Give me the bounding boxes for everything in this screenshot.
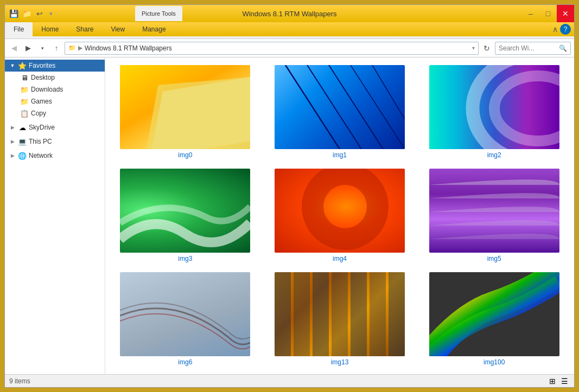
path-separator: ▶ [78,44,82,52]
games-icon: 📁 [20,97,29,106]
refresh-button[interactable]: ↻ [481,42,493,54]
minimize-button[interactable]: – [522,5,539,22]
skydrive-icon: ☁ [18,123,27,132]
favorites-label: Favorites [29,62,55,69]
back-button[interactable]: ◀ [8,42,20,54]
thumbnail-label-img2: img2 [487,151,501,159]
expand-icon-favorites: ▼ [9,62,16,69]
thumbnail-label-img6: img6 [178,358,192,366]
view-toggle-buttons: ⊞ ☰ [547,376,570,387]
sidebar-item-downloads[interactable]: 📁 Downloads [5,83,105,95]
thumbnail-image-img100 [429,272,559,356]
thumbnail-label-img4: img4 [333,255,347,262]
sidebar-item-skydrive[interactable]: ▶ ☁ SkyDrive [5,121,105,133]
svg-line-2 [329,65,383,149]
main-window: 💾 📁 ↩ ▾ Picture Tools Windows 8.1 RTM Wa… [4,4,575,388]
thumbnail-img5[interactable]: img5 [419,166,569,265]
expand-icon-network: ▶ [9,152,16,159]
thumbnail-img100[interactable]: img100 [419,270,569,368]
thumbnail-label-img3: img3 [178,255,192,262]
thumbnail-label-img5: img5 [487,255,501,262]
sidebar-item-favorites[interactable]: ▼ ⭐ Favorites [5,60,105,72]
content-area: img0 img1 [105,57,574,374]
forward-button[interactable]: ▶ [22,42,34,54]
copy-label: Copy [31,110,46,117]
thumbnail-image-img5 [429,169,559,253]
up-button[interactable]: ↑ [50,42,62,54]
ribbon-collapse-icon[interactable]: ∧ [552,25,558,34]
skydrive-label: SkyDrive [29,124,55,131]
save-icon[interactable]: 💾 [8,8,19,19]
address-bar: ◀ ▶ ▾ ↑ 📁 ▶ Windows 8.1 RTM Wallpapers ▾… [5,39,574,57]
thumbnail-label-img1: img1 [333,151,347,159]
desktop-label: Desktop [31,74,55,81]
desktop-icon: 🖥 [20,73,29,82]
status-bar: 9 items ⊞ ☰ [5,374,574,387]
search-box[interactable]: 🔍 [495,42,571,55]
thumbnail-image-img0 [120,65,250,149]
favorites-icon: ⭐ [18,61,27,70]
tab-manage[interactable]: Manage [133,22,174,36]
games-label: Games [31,98,52,105]
downloads-label: Downloads [31,86,63,93]
sidebar-item-copy[interactable]: 📋 Copy [5,107,105,119]
thumbnail-image-img1 [275,65,405,149]
expand-icon-skydrive: ▶ [9,124,16,131]
thumbnail-label-img13: img13 [331,358,349,366]
tab-view[interactable]: View [102,22,133,36]
copy-icon: 📋 [20,109,29,118]
downloads-icon: 📁 [20,85,29,94]
search-input[interactable] [499,44,559,52]
path-folder-icon: 📁 [68,44,76,52]
items-count: 9 items [9,377,30,385]
quick-access-toolbar: 💾 📁 ↩ ▾ [5,8,53,19]
thumbnail-image-img3 [120,169,250,253]
path-chevron[interactable]: ▾ [472,45,475,51]
sidebar-item-desktop[interactable]: 🖥 Desktop [5,72,105,83]
undo-icon[interactable]: ↩ [34,8,45,19]
tab-share[interactable]: Share [67,22,102,36]
thumbnail-img6[interactable]: img6 [111,270,260,368]
address-path[interactable]: 📁 ▶ Windows 8.1 RTM Wallpapers ▾ [65,42,479,55]
tab-file[interactable]: File [5,22,33,36]
thumbnail-label-img100: img100 [483,358,505,366]
sidebar-item-games[interactable]: 📁 Games [5,95,105,107]
window-title: Windows 8.1 RTM Wallpapers [242,10,336,18]
thumbnail-label-img0: img0 [178,151,192,159]
picture-tools-tab[interactable]: Picture Tools [135,6,182,21]
maximize-button[interactable]: □ [539,5,557,22]
help-button[interactable]: ? [560,24,571,35]
thumbnail-image-img2 [429,65,559,149]
thispc-icon: 💻 [18,137,27,146]
svg-rect-13 [370,272,386,356]
sidebar-item-network[interactable]: ▶ 🌐 Network [5,150,105,162]
expand-icon-thispc: ▶ [9,138,16,145]
folder-icon[interactable]: 📁 [21,8,32,19]
thumbnail-img2[interactable]: img2 [419,63,569,161]
thumbnail-img0[interactable]: img0 [111,63,260,161]
large-icons-view-button[interactable]: ⊞ [547,376,558,387]
recent-locations-button[interactable]: ▾ [36,42,48,54]
qat-dropdown[interactable]: ▾ [49,10,53,17]
thumbnail-img3[interactable]: img3 [111,166,260,265]
thumbnail-img13[interactable]: img13 [265,270,415,368]
details-view-button[interactable]: ☰ [559,376,570,387]
svg-point-6 [494,76,559,141]
thispc-label: This PC [29,138,52,145]
thumbnail-img1[interactable]: img1 [265,63,415,161]
sidebar-item-thispc[interactable]: ▶ 💻 This PC [5,136,105,147]
close-button[interactable]: ✕ [557,5,574,22]
window-controls: – □ ✕ [522,5,574,22]
thumbnail-img4[interactable]: img4 [265,166,415,265]
search-icon[interactable]: 🔍 [559,44,567,52]
svg-rect-8 [275,272,291,356]
svg-rect-12 [351,272,367,356]
ribbon-tab-bar: File Home Share View Manage ∧ ? [5,22,574,36]
ribbon-content-area [5,36,574,38]
ribbon: File Home Share View Manage ∧ ? [5,22,574,39]
tab-home[interactable]: Home [33,22,67,36]
thumbnail-image-img13 [275,272,405,356]
svg-rect-11 [332,272,348,356]
svg-rect-14 [389,272,405,356]
main-area: ▼ ⭐ Favorites 🖥 Desktop 📁 Downloads 📁 Ga… [5,57,574,374]
